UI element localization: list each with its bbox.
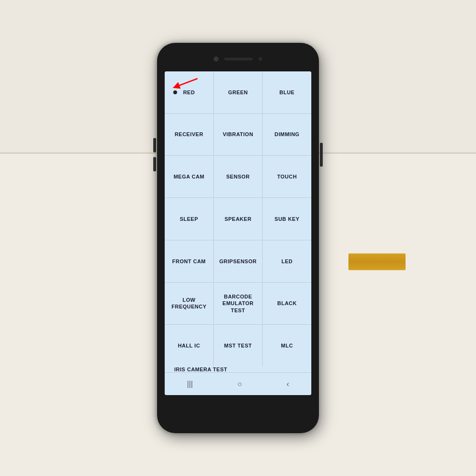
- speaker-label: SPEAKER: [225, 216, 252, 222]
- red-arrow-icon: [171, 76, 200, 90]
- hall-ic-label: HALL IC: [178, 342, 200, 349]
- volume-up-button[interactable]: [153, 138, 156, 152]
- mst-test-label: MST TEST: [224, 342, 252, 349]
- mst-test-button[interactable]: MST TEST: [214, 325, 262, 367]
- svg-line-0: [176, 79, 198, 87]
- sleep-label: SLEEP: [180, 216, 198, 222]
- phone-screen: RED GREENBLUERECEIVERVIBRATIONDIMMINGMEG…: [165, 71, 311, 395]
- low-frequency-label: LOW FREQUENCY: [167, 297, 211, 310]
- red-indicator-dot: [173, 90, 177, 94]
- navigation-bar: ||| ○ ‹: [165, 372, 311, 395]
- iris-camera-test-label: IRIS CAMERA TEST: [174, 367, 228, 372]
- phone-top-bar: [157, 43, 319, 71]
- mlc-button[interactable]: MLC: [263, 325, 311, 367]
- barcode-emulator-test-button[interactable]: BARCODE EMULATOR TEST: [214, 283, 262, 325]
- ribbon-cable: [348, 254, 406, 270]
- blue-label: BLUE: [279, 89, 295, 96]
- led-label: LED: [281, 258, 293, 265]
- vibration-label: VIBRATION: [223, 131, 253, 138]
- dimming-label: DIMMING: [275, 131, 299, 138]
- green-label: GREEN: [228, 89, 248, 96]
- green-button[interactable]: GREEN: [214, 71, 262, 113]
- sensor-label: SENSOR: [226, 173, 249, 180]
- black-label: BLACK: [278, 300, 297, 307]
- receiver-button[interactable]: RECEIVER: [165, 114, 213, 156]
- power-button[interactable]: [320, 143, 323, 167]
- iris-camera-test-button[interactable]: IRIS CAMERA TEST: [165, 367, 311, 372]
- home-icon[interactable]: ○: [238, 380, 242, 388]
- recent-apps-icon[interactable]: |||: [187, 380, 193, 388]
- barcode-emulator-test-label: BARCODE EMULATOR TEST: [216, 293, 260, 314]
- gripsensor-button[interactable]: GRIPSENSOR: [214, 240, 262, 282]
- red-button[interactable]: RED: [165, 71, 213, 113]
- phone-body: RED GREENBLUERECEIVERVIBRATIONDIMMINGMEG…: [157, 43, 319, 433]
- sleep-button[interactable]: SLEEP: [165, 198, 213, 240]
- mega-cam-button[interactable]: MEGA CAM: [165, 156, 213, 198]
- receiver-label: RECEIVER: [175, 131, 203, 138]
- speaker-button[interactable]: SPEAKER: [214, 198, 262, 240]
- black-button[interactable]: BLACK: [263, 283, 311, 325]
- front-camera-dot: [214, 57, 218, 61]
- scene: RED GREENBLUERECEIVERVIBRATIONDIMMINGMEG…: [0, 0, 476, 476]
- mega-cam-label: MEGA CAM: [174, 173, 205, 180]
- blue-button[interactable]: BLUE: [263, 71, 311, 113]
- low-frequency-button[interactable]: LOW FREQUENCY: [165, 283, 213, 325]
- touch-button[interactable]: TOUCH: [263, 156, 311, 198]
- sensor-dot: [258, 57, 262, 61]
- volume-down-button[interactable]: [153, 157, 156, 171]
- sub-key-button[interactable]: SUB KEY: [263, 198, 311, 240]
- front-cam-button[interactable]: FRONT CAM: [165, 240, 213, 282]
- touch-label: TOUCH: [277, 173, 297, 180]
- mlc-label: MLC: [281, 342, 293, 349]
- gripsensor-label: GRIPSENSOR: [219, 258, 257, 265]
- back-icon[interactable]: ‹: [287, 380, 289, 388]
- led-button[interactable]: LED: [263, 240, 311, 282]
- sub-key-label: SUB KEY: [275, 216, 299, 222]
- hall-ic-button[interactable]: HALL IC: [165, 325, 213, 367]
- dimming-button[interactable]: DIMMING: [263, 114, 311, 156]
- sensor-button[interactable]: SENSOR: [214, 156, 262, 198]
- vibration-button[interactable]: VIBRATION: [214, 114, 262, 156]
- earpiece-speaker: [224, 58, 253, 60]
- front-cam-label: FRONT CAM: [172, 258, 206, 265]
- button-grid: RED GREENBLUERECEIVERVIBRATIONDIMMINGMEG…: [165, 71, 311, 367]
